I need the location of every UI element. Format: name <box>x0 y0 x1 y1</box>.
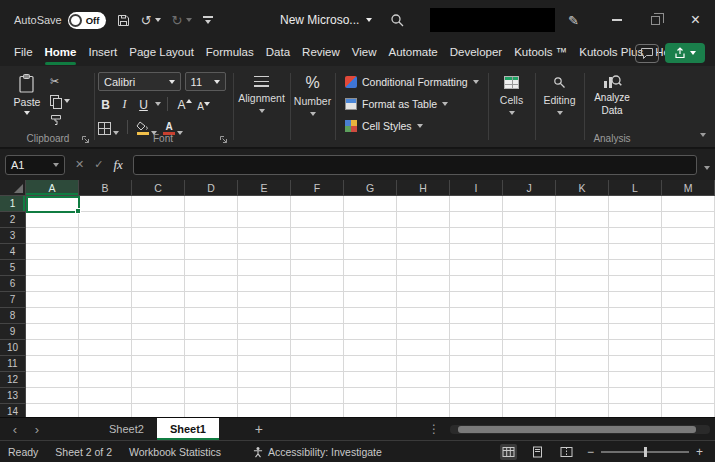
page-layout-view-button[interactable] <box>529 444 546 460</box>
row-header-1[interactable]: 1 <box>0 196 26 212</box>
pen-button[interactable]: ✎ <box>568 13 579 28</box>
increase-font-size-button[interactable]: A <box>174 95 189 113</box>
conditional-formatting-button[interactable]: Conditional Formatting <box>345 73 479 91</box>
column-header-e[interactable]: E <box>238 180 291 196</box>
accessibility-status[interactable]: Accessibility: Investigate <box>252 446 382 458</box>
cell-styles-button[interactable]: Cell Styles <box>345 117 423 135</box>
name-box[interactable]: A1 <box>5 155 65 175</box>
tab-home[interactable]: Home <box>39 40 83 66</box>
search-button[interactable] <box>390 13 404 27</box>
formula-input[interactable] <box>133 155 697 175</box>
decrease-font-size-button[interactable]: A <box>193 95 208 113</box>
tab-page-layout[interactable]: Page Layout <box>123 40 200 66</box>
row-header-2[interactable]: 2 <box>0 212 26 228</box>
paste-button[interactable]: Paste <box>9 73 45 115</box>
zoom-slider[interactable] <box>601 451 689 453</box>
save-button[interactable] <box>117 14 130 27</box>
format-painter-button[interactable] <box>50 113 70 126</box>
previous-sheet-button[interactable]: ‹ <box>4 418 26 441</box>
restore-button[interactable] <box>636 0 674 40</box>
column-header-k[interactable]: K <box>556 180 609 196</box>
insert-function-button[interactable]: fx <box>113 157 122 173</box>
page-break-preview-button[interactable] <box>558 444 575 460</box>
sheet-tab-sheet1[interactable]: Sheet1 <box>157 418 219 440</box>
close-button[interactable]: × <box>676 0 715 40</box>
document-title[interactable]: New Microso... <box>280 0 372 40</box>
tab-review[interactable]: Review <box>296 40 346 66</box>
row-header-11[interactable]: 11 <box>0 356 26 372</box>
redo-button[interactable]: ↻ <box>172 13 192 28</box>
comments-button[interactable] <box>635 44 659 63</box>
tab-kutools[interactable]: Kutools ™ <box>508 40 573 66</box>
column-header-c[interactable]: C <box>132 180 185 196</box>
clipboard-dialog-launcher[interactable] <box>81 135 90 144</box>
horizontal-scrollbar-thumb[interactable] <box>458 426 696 433</box>
chevron-down-icon[interactable] <box>186 18 192 22</box>
column-header-f[interactable]: F <box>291 180 344 196</box>
column-header-m[interactable]: M <box>662 180 715 196</box>
column-header-b[interactable]: B <box>79 180 132 196</box>
row-header-3[interactable]: 3 <box>0 228 26 244</box>
cells-button[interactable]: Cells <box>489 66 534 147</box>
cells-area[interactable] <box>26 196 715 417</box>
number-button[interactable]: % Number <box>291 66 334 147</box>
font-size-select[interactable]: 11 <box>185 72 226 91</box>
sheet-tab-sheet2[interactable]: Sheet2 <box>96 418 157 440</box>
zoom-in-button[interactable]: + <box>696 445 703 459</box>
underline-button[interactable]: U <box>136 95 151 113</box>
column-header-i[interactable]: I <box>450 180 503 196</box>
row-header-9[interactable]: 9 <box>0 324 26 340</box>
share-button[interactable] <box>665 43 705 63</box>
row-header-14[interactable]: 14 <box>0 404 26 417</box>
select-all-button[interactable] <box>0 180 26 196</box>
copy-button[interactable] <box>50 94 70 107</box>
tab-insert[interactable]: Insert <box>82 40 123 66</box>
zoom-out-button[interactable]: − <box>587 445 594 459</box>
expand-formula-bar-button[interactable] <box>704 156 710 174</box>
analyze-data-button[interactable]: Analyze Data <box>585 66 639 133</box>
collapse-ribbon-button[interactable] <box>700 123 706 141</box>
next-sheet-button[interactable]: › <box>26 418 48 441</box>
autosave-toggle[interactable]: Off <box>68 12 106 29</box>
chevron-down-icon[interactable] <box>155 102 161 106</box>
column-header-d[interactable]: D <box>185 180 238 196</box>
row-header-5[interactable]: 5 <box>0 260 26 276</box>
row-header-6[interactable]: 6 <box>0 276 26 292</box>
row-header-10[interactable]: 10 <box>0 340 26 356</box>
tab-file[interactable]: File <box>8 40 39 66</box>
alignment-button[interactable]: Alignment <box>234 66 289 147</box>
chevron-down-icon[interactable] <box>155 18 161 22</box>
column-header-l[interactable]: L <box>609 180 662 196</box>
row-header-4[interactable]: 4 <box>0 244 26 260</box>
new-sheet-button[interactable]: + <box>249 421 269 437</box>
row-header-12[interactable]: 12 <box>0 372 26 388</box>
workbook-statistics-button[interactable]: Workbook Statistics <box>129 446 221 458</box>
tab-data[interactable]: Data <box>260 40 296 66</box>
font-dialog-launcher[interactable] <box>219 135 228 144</box>
row-header-13[interactable]: 13 <box>0 388 26 404</box>
selected-cell-a1[interactable] <box>26 196 80 213</box>
zoom-slider-thumb[interactable] <box>644 447 647 457</box>
editing-button[interactable]: Editing <box>536 66 583 147</box>
horizontal-scrollbar[interactable] <box>450 425 710 434</box>
column-header-a[interactable]: A <box>26 180 79 196</box>
enter-button[interactable]: ✓ <box>94 158 103 171</box>
tab-formulas[interactable]: Formulas <box>200 40 260 66</box>
tab-developer[interactable]: Developer <box>444 40 508 66</box>
column-header-h[interactable]: H <box>397 180 450 196</box>
customize-quick-access-toolbar-button[interactable] <box>203 16 213 24</box>
bold-button[interactable]: B <box>98 95 113 113</box>
more-sheets-icon[interactable]: ⋮ <box>428 422 440 436</box>
row-header-7[interactable]: 7 <box>0 292 26 308</box>
cancel-button[interactable]: ✕ <box>75 158 84 171</box>
undo-button[interactable]: ↺ <box>141 13 161 28</box>
normal-view-button[interactable] <box>500 444 517 460</box>
row-header-8[interactable]: 8 <box>0 308 26 324</box>
tab-view[interactable]: View <box>346 40 383 66</box>
tab-automate[interactable]: Automate <box>383 40 444 66</box>
format-as-table-button[interactable]: Format as Table <box>345 95 448 113</box>
minimize-button[interactable] <box>598 0 636 40</box>
column-header-j[interactable]: J <box>503 180 556 196</box>
cut-button[interactable]: ✂ <box>50 75 70 88</box>
font-name-select[interactable]: Calibri <box>98 72 181 91</box>
